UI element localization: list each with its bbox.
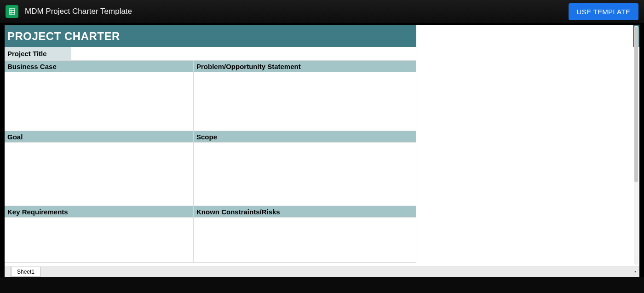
sheet-viewport: PROJECT CHARTER Project Title Business C… [5,25,639,277]
tabbar-collapse-icon[interactable]: ▪ [631,266,639,277]
top-bar: MDM Project Charter Template USE TEMPLAT… [0,0,644,23]
content-row-3 [5,218,416,263]
key-requirements-header: Key Requirements [5,206,194,218]
business-case-header: Business Case [5,61,194,72]
known-constraints-header: Known Constraints/Risks [194,206,416,218]
problem-statement-cell[interactable] [194,72,416,131]
section-head-3: Key Requirements Known Constraints/Risks [5,206,416,218]
window-bottom-border [0,277,644,293]
key-requirements-cell[interactable] [5,218,194,263]
sheet-tab-sheet1[interactable]: Sheet1 [11,267,40,277]
sheet-body: PROJECT CHARTER Project Title Business C… [5,25,639,266]
empty-columns-area [416,25,633,254]
scope-header: Scope [194,131,416,143]
document-title: MDM Project Charter Template [25,7,132,16]
known-constraints-cell[interactable] [194,218,416,263]
content-row-2 [5,143,416,206]
project-title-row: Project Title [5,47,416,61]
project-title-label: Project Title [5,47,71,61]
use-template-button[interactable]: USE TEMPLATE [569,3,638,20]
tabbar-filler [40,266,631,277]
tabbar-spacer [5,266,11,277]
goal-cell[interactable] [5,143,194,206]
scope-cell[interactable] [194,143,416,206]
spreadsheet-icon [8,8,16,15]
section-head-1: Business Case Problem/Opportunity Statem… [5,61,416,72]
goal-header: Goal [5,131,194,143]
svg-rect-0 [9,9,15,14]
content-row-1 [5,72,416,131]
business-case-cell[interactable] [5,72,194,131]
section-head-2: Goal Scope [5,131,416,143]
scrollbar-thumb[interactable] [634,27,638,182]
sheet-tab-bar: Sheet1 ▪ [5,266,639,277]
vertical-scrollbar[interactable] [634,26,638,265]
project-title-input-cell[interactable] [71,47,416,61]
problem-statement-header: Problem/Opportunity Statement [194,61,416,72]
sheets-app-icon [6,5,18,18]
